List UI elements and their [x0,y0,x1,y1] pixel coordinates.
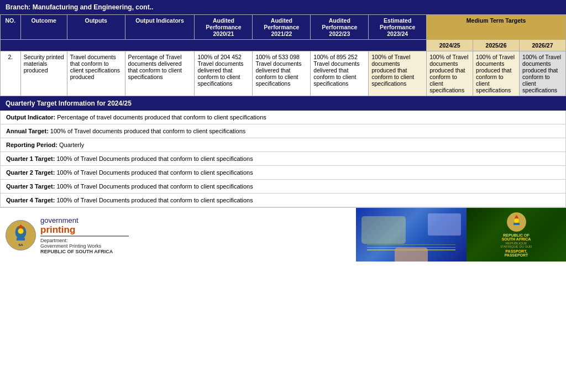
annual-target-row: Annual Target: 100% of Travel documents … [0,124,566,138]
q4-label: Quarter 4 Target: [6,197,55,203]
printing-text: printing [40,224,129,236]
cell-indicators: Percentage of Travel documents delivered… [125,51,195,96]
q2-value: 100% of Travel Documents produced that c… [57,169,253,176]
passport-country-label: REPUBLIC OFSOUTH AFRICA [502,233,531,241]
svg-rect-4 [17,238,25,241]
quarterly-section-title: Quarterly Target Information for 2024/25 [0,96,566,111]
table-header-row: NO. Outcome Outputs Output Indicators Au… [1,15,566,40]
cell-audited-2020: 100% of 204 452 Travel documents deliver… [195,51,253,96]
passport-images: REPUBLIC OFSOUTH AFRICA REPUBLIQUED'AFRI… [356,208,566,262]
q2-row: Quarter 2 Target: 100% of Travel Documen… [0,166,566,180]
cell-mt-2026: 100% of Travel documents produced that c… [520,51,566,96]
footer: SA government printing Department: Gover… [0,207,566,262]
branch-header: Branch: Manufacturing and Engineering, c… [0,0,566,14]
col-mt-2024: 2024/25 [427,40,473,51]
svg-point-11 [514,218,518,223]
svg-text:SA: SA [18,243,23,247]
col-mt-2026: 2026/27 [520,40,566,51]
info-rows-container: Output Indicator: Percentage of travel d… [0,111,566,207]
sa-passport-coat-icon [507,212,526,232]
footer-logo-area: SA government printing Department: Gover… [0,209,356,262]
col-audited-2020: Audited Performance 2020/21 [195,15,253,40]
col-audited-2022: Audited Performance 2022/23 [311,15,369,40]
cell-estimated-2023: 100% of Travel documents produced that c… [369,51,427,96]
dept-text: Department: [40,238,129,243]
cell-no: 2. [1,51,21,96]
cell-audited-2021: 100% of 533 098 Travel documents deliver… [253,51,311,96]
col-no: NO. [1,15,21,40]
cell-outputs: Travel documents that conform to client … [67,51,125,96]
cell-outcome: Security printed materials produced [20,51,67,96]
q3-row: Quarter 3 Target: 100% of Travel Documen… [0,180,566,194]
annual-target-value: 100% of Travel documents produced that c… [50,128,245,134]
col-estimated-2023: Estimated Performance 2023/24 [369,15,427,40]
republic-text: REPUBLIC OF SOUTH AFRICA [40,249,129,254]
col-outputs: Outputs [67,15,125,40]
coat-of-arms-icon: SA [6,220,36,250]
gov-text: government [40,216,129,224]
reporting-period-label: Reporting Period: [6,142,57,148]
reporting-period-row: Reporting Period: Quarterly [0,138,566,152]
svg-rect-10 [513,223,520,225]
sa-passport-image: REPUBLIC OFSOUTH AFRICA REPUBLIQUED'AFRI… [467,208,566,262]
col-outcome: Outcome [20,15,67,40]
passport-bilingual-label: REPUBLIQUED'AFRIQUE DU SUD [501,242,532,248]
q4-row: Quarter 4 Target: 100% of Travel Documen… [0,194,566,207]
table-sub-header-row: 2024/25 2025/26 2026/27 [1,40,566,51]
q1-row: Quarter 1 Target: 100% of Travel Documen… [0,152,566,166]
reporting-period-value: Quarterly [59,142,84,148]
q3-label: Quarter 3 Target: [6,183,55,190]
footer-text: government printing Department: Governme… [40,216,129,254]
main-table: NO. Outcome Outputs Output Indicators Au… [0,14,566,96]
footer-logo: SA government printing Department: Gover… [6,216,129,254]
q1-label: Quarter 1 Target: [6,155,55,162]
col-medium-term: Medium Term Targets [427,15,566,40]
col-empty-sub [1,40,427,51]
annual-target-label: Annual Target: [6,128,49,134]
svg-point-5 [18,228,24,234]
dept-full-text: Government Printing Works [40,243,129,249]
q1-value: 100% of Travel Documents produced that c… [57,155,253,162]
col-indicators: Output Indicators [125,15,195,40]
q4-value: 100% of Travel Documents produced that c… [57,197,253,203]
table-row: 2. Security printed materials produced T… [1,51,566,96]
cell-audited-2022: 100% of 895 252 Travel documents deliver… [311,51,369,96]
col-audited-2021: Audited Performance 2021/22 [253,15,311,40]
output-indicator-label: Output Indicator: [6,114,55,121]
cell-mt-2025: 100% of Travel documents produced that c… [473,51,520,96]
passport-scan-image [356,208,467,262]
cell-mt-2024: 100% of Travel documents produced that c… [427,51,473,96]
output-indicator-value: Percentage of travel documents produced … [57,114,266,121]
q2-label: Quarter 2 Target: [6,169,55,176]
output-indicator-row: Output Indicator: Percentage of travel d… [0,111,566,124]
col-mt-2025: 2025/26 [473,40,520,51]
q3-value: 100% of Travel Documents produced that c… [57,183,253,190]
passport-word-label: PASSPORT,PASSEPORT [505,249,528,257]
